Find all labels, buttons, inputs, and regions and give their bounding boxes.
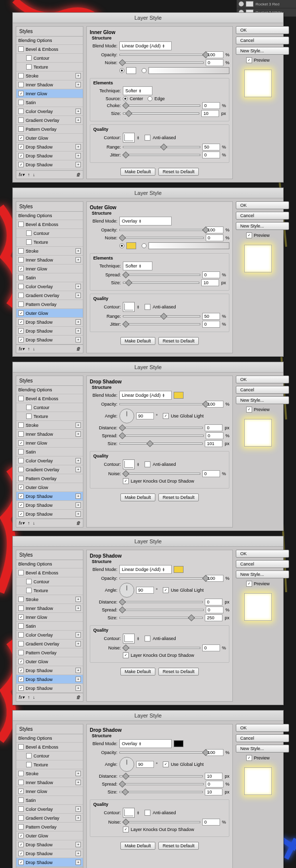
dropdown[interactable]: Linear Dodge (Add)▲▼ (119, 391, 172, 400)
down-icon[interactable]: ↓ (33, 521, 36, 526)
slider[interactable] (119, 234, 204, 241)
checkbox[interactable] (26, 64, 32, 70)
new-style-button[interactable]: New Style... (236, 745, 289, 753)
checkbox[interactable] (18, 797, 24, 803)
anti-aliased-checkbox[interactable] (145, 636, 150, 642)
slider[interactable] (119, 440, 203, 447)
checkbox[interactable] (18, 824, 24, 830)
style-item[interactable]: Outer Glow (16, 309, 83, 318)
checkbox[interactable] (18, 91, 24, 96)
down-icon[interactable]: ↓ (33, 695, 36, 700)
fx-menu[interactable]: fx▾ (19, 521, 25, 526)
checkbox[interactable] (18, 614, 24, 620)
ok-button[interactable]: OK (236, 201, 289, 209)
value-input[interactable]: 0 (205, 599, 222, 605)
checkbox[interactable] (18, 597, 24, 602)
style-item[interactable]: Inner Glow (16, 89, 83, 98)
checkbox[interactable] (18, 126, 24, 132)
dropdown[interactable]: Overlay▲▼ (119, 739, 172, 748)
down-icon[interactable]: ↓ (33, 346, 36, 351)
value-input[interactable]: 0 (206, 432, 223, 439)
slider[interactable] (119, 401, 204, 408)
style-item[interactable]: Drop Shadow+ (16, 666, 83, 675)
style-item[interactable]: Pattern Overlay (16, 300, 83, 309)
add-button[interactable]: + (75, 771, 81, 776)
value-input[interactable]: 90 (136, 587, 154, 594)
style-item[interactable]: Drop Shadow+ (16, 849, 83, 858)
make-default-button[interactable]: Make Default (120, 493, 155, 501)
style-item[interactable]: Inner Shadow+ (16, 256, 83, 264)
style-item[interactable]: Blending Options (16, 560, 83, 568)
checkbox[interactable] (18, 319, 24, 325)
slider[interactable] (119, 749, 204, 756)
value-input[interactable]: 0 (202, 644, 220, 651)
value-input[interactable]: 0 (205, 424, 222, 431)
up-icon[interactable]: ↑ (28, 521, 30, 526)
preview-checkbox[interactable] (246, 407, 252, 413)
checkbox[interactable] (18, 162, 24, 167)
add-button[interactable]: + (75, 293, 81, 298)
checkbox[interactable] (18, 493, 24, 499)
value-input[interactable]: 101 (205, 440, 222, 447)
slider[interactable] (119, 575, 204, 582)
radio-center[interactable] (123, 96, 128, 101)
checkbox[interactable] (26, 230, 32, 236)
style-item[interactable]: Pattern Overlay (16, 474, 83, 483)
checkbox[interactable] (18, 851, 24, 856)
value-input[interactable]: 90 (136, 761, 154, 768)
reset-default-button[interactable]: Reset to Default (158, 842, 199, 850)
cancel-button[interactable]: Cancel (236, 37, 289, 44)
anti-aliased-checkbox[interactable] (145, 304, 150, 310)
anti-aliased-checkbox[interactable] (145, 135, 150, 141)
checkbox[interactable] (18, 570, 24, 575)
add-button[interactable]: + (75, 82, 81, 87)
value-input[interactable]: 0 (202, 321, 220, 328)
add-button[interactable]: + (75, 328, 81, 334)
make-default-button[interactable]: Make Default (120, 337, 155, 345)
up-icon[interactable]: ↑ (28, 695, 30, 700)
contour-picker[interactable] (123, 133, 135, 143)
new-style-button[interactable]: New Style... (236, 222, 289, 230)
style-item[interactable]: Drop Shadow+ (16, 336, 83, 344)
checkbox[interactable] (18, 310, 24, 316)
global-light-checkbox[interactable] (163, 413, 169, 419)
slider[interactable] (119, 614, 203, 621)
dropdown[interactable]: Softer▲▼ (123, 86, 152, 95)
checkbox[interactable] (18, 449, 24, 454)
style-item[interactable]: Texture (16, 63, 83, 72)
style-item[interactable]: Contour (16, 54, 83, 63)
add-button[interactable]: + (75, 109, 81, 114)
checkbox[interactable] (26, 405, 32, 410)
style-item[interactable]: Outer Glow (16, 831, 83, 840)
value-input[interactable]: 0 (202, 470, 220, 477)
slider[interactable] (123, 470, 200, 477)
add-button[interactable]: + (75, 117, 81, 123)
checkbox[interactable] (18, 860, 24, 865)
value-input[interactable]: 0 (202, 102, 220, 109)
style-item[interactable]: Gradient Overlay+ (16, 116, 83, 125)
slider[interactable] (123, 321, 200, 328)
style-item[interactable]: Drop Shadow+ (16, 318, 83, 327)
style-item[interactable]: Inner Shadow+ (16, 604, 83, 613)
value-input[interactable]: 0 (206, 59, 223, 66)
new-style-button[interactable]: New Style... (236, 570, 289, 578)
checkbox[interactable] (18, 659, 24, 664)
slider[interactable] (119, 59, 204, 66)
contour-picker[interactable] (123, 808, 135, 818)
cancel-button[interactable]: Cancel (236, 560, 289, 568)
style-item[interactable]: Inner Shadow+ (16, 778, 83, 787)
style-item[interactable]: Blending Options (16, 386, 83, 394)
style-item[interactable]: Drop Shadow+ (16, 143, 83, 151)
slider[interactable] (119, 51, 204, 58)
style-item[interactable]: Drop Shadow+ (16, 858, 83, 867)
style-item[interactable]: Texture (16, 412, 83, 421)
style-item[interactable]: Color Overlay+ (16, 631, 83, 640)
global-light-checkbox[interactable] (163, 587, 169, 593)
slider[interactable] (123, 819, 200, 826)
ok-button[interactable]: OK (236, 724, 289, 732)
preview-checkbox[interactable] (246, 755, 252, 761)
radio-color[interactable] (119, 68, 124, 73)
checkbox[interactable] (18, 771, 24, 776)
style-item[interactable]: Drop Shadow+ (16, 510, 83, 519)
checkbox[interactable] (18, 502, 24, 508)
